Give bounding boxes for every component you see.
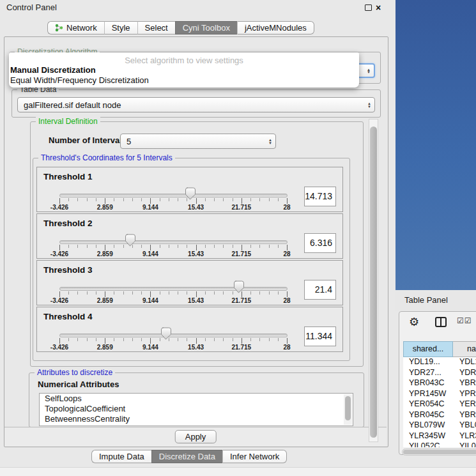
tab-impute-data[interactable]: Impute Data xyxy=(91,450,151,463)
tick-label: 21.715 xyxy=(232,344,252,351)
slider-track[interactable] xyxy=(59,287,288,291)
tick-label: 21.715 xyxy=(232,297,252,304)
table-data-select[interactable]: galFiltered.sif default node ▲▼ xyxy=(17,97,375,112)
threshold-label: Threshold 4 xyxy=(43,312,93,321)
tab-jactivemnodules[interactable]: jActiveMNodules xyxy=(237,21,314,35)
columns-icon[interactable] xyxy=(435,317,447,327)
table-row[interactable]: YBR045CYBR0 xyxy=(403,410,476,421)
slider-tick-labels: -3.4262.8599.14415.4321.71528 xyxy=(59,297,287,305)
list-scrollbar[interactable] xyxy=(344,394,352,425)
tick-label: 15.43 xyxy=(188,297,204,304)
tab-label: Discretize Data xyxy=(159,452,215,461)
cell-name: YBR0 xyxy=(453,378,476,389)
slider-ticks xyxy=(59,338,288,344)
tab-discretize-data[interactable]: Discretize Data xyxy=(151,450,222,463)
tab-cyni-toolbox[interactable]: Cyni Toolbox xyxy=(175,21,237,35)
table-row[interactable]: YLR345WYLR3 xyxy=(403,431,476,442)
table-row[interactable]: YER054CYER0 xyxy=(403,399,476,410)
threshold-value-field[interactable]: 14.713 xyxy=(304,187,336,206)
tab-style[interactable]: Style xyxy=(104,21,137,35)
panel-scrollbar-thumb[interactable] xyxy=(370,127,377,438)
slider-track[interactable] xyxy=(59,334,288,337)
table-panel-title: Table Panel xyxy=(404,290,448,311)
slider-ticks xyxy=(59,291,288,297)
table-horizontal-scrollbar[interactable] xyxy=(402,449,476,456)
numerical-attributes-label: Numerical Attributes xyxy=(38,380,119,389)
number-of-intervals-label: Number of Intervals xyxy=(49,135,127,145)
number-of-intervals-select[interactable]: 5 ▲▼ xyxy=(120,134,276,149)
threshold-card: Threshold 4 -3.4262.8599.14415.4321.7152… xyxy=(36,307,343,352)
tick-label: 9.144 xyxy=(142,204,158,211)
table-panel: ⚙ ☑☑ shared...na YDL19...YDL1YDR27...YDR… xyxy=(399,311,476,455)
panel-scrollbar[interactable] xyxy=(369,119,378,442)
threshold-label: Threshold 3 xyxy=(43,265,93,275)
algorithm-option-equal-width[interactable]: Equal Width/Frequency Discretization xyxy=(10,75,149,85)
slider-track[interactable] xyxy=(59,194,288,197)
column-header[interactable]: shared... xyxy=(403,341,453,357)
threshold-value-field[interactable]: 11.344 xyxy=(304,326,336,346)
interval-definition-group: Interval Definition Number of Intervals … xyxy=(30,121,364,367)
cell-shared-name: YLR345W xyxy=(403,431,453,442)
tab-select[interactable]: Select xyxy=(137,21,175,35)
tab-label: jActiveMNodules xyxy=(245,23,307,33)
thresholds-group: Threshold's Coordinates for 5 Intervals … xyxy=(33,158,350,361)
threshold-card: Threshold 2 -3.4262.8599.14415.4321.7152… xyxy=(36,213,343,259)
slider-tick-labels: -3.4262.8599.14415.4321.71528 xyxy=(59,204,287,211)
table-data-value: galFiltered.sif default node xyxy=(24,100,121,110)
tick-label: 2.859 xyxy=(97,344,113,351)
slider-track[interactable] xyxy=(59,240,288,244)
combo-stepper-icon: ▲▼ xyxy=(268,139,272,144)
tab-label: Network xyxy=(66,23,97,33)
close-icon[interactable]: × xyxy=(376,2,381,13)
threshold-card: Threshold 3 -3.4262.8599.14415.4321.7152… xyxy=(36,260,343,305)
table-row[interactable]: YBL079WYBL0 xyxy=(403,420,476,431)
cell-shared-name: YDR27... xyxy=(403,368,453,379)
slider-thumb[interactable] xyxy=(233,280,244,293)
tick-label: -3.426 xyxy=(50,204,68,211)
cell-name: YPR1 xyxy=(453,389,476,400)
gear-icon[interactable]: ⚙ xyxy=(409,314,419,330)
attribute-list-item[interactable]: TopologicalCoefficient xyxy=(40,404,353,414)
tick-label: 15.43 xyxy=(188,344,204,351)
table-row[interactable]: YBR043CYBR0 xyxy=(403,378,476,389)
numerical-attributes-list[interactable]: SelfLoopsTopologicalCoefficientBetweenne… xyxy=(39,393,353,426)
cell-name: YER0 xyxy=(453,399,476,410)
table-hscrollbar-thumb[interactable] xyxy=(403,450,476,454)
threshold-value-field[interactable]: 6.316 xyxy=(304,233,336,253)
slider-thumb[interactable] xyxy=(185,187,196,200)
table-row[interactable]: YPR145WYPR1 xyxy=(403,389,476,400)
control-panel-tabs: NetworkStyleSelectCyni ToolboxjActiveMNo… xyxy=(47,21,314,35)
thresholds-title: Threshold's Coordinates for 5 Intervals xyxy=(38,153,175,162)
slider-thumb[interactable] xyxy=(160,327,171,340)
table-data-group: Table Data galFiltered.sif default node … xyxy=(12,89,381,118)
table-row[interactable]: YIL052CYIL0 xyxy=(403,441,476,447)
attribute-list-item[interactable]: SelfLoops xyxy=(40,394,353,404)
float-window-icon[interactable] xyxy=(365,4,372,11)
tab-infer-network[interactable]: Infer Network xyxy=(222,450,287,463)
list-scrollbar-thumb[interactable] xyxy=(345,396,351,420)
tab-network[interactable]: Network xyxy=(47,21,104,35)
status-strip xyxy=(0,467,476,476)
cyni-mode-tabs: Impute DataDiscretize DataInfer Network xyxy=(91,450,287,463)
slider-tick-labels: -3.4262.8599.14415.4321.71528 xyxy=(59,344,287,351)
table-header-row: shared...na xyxy=(403,341,476,357)
checkbox-icons[interactable]: ☑☑ xyxy=(457,316,472,325)
table-row[interactable]: YDL19...YDL1 xyxy=(403,357,476,368)
tick-label: 2.859 xyxy=(97,250,113,257)
cell-shared-name: YBL079W xyxy=(403,420,453,431)
apply-button[interactable]: Apply xyxy=(175,430,217,443)
algorithm-option-manual[interactable]: Manual Discretization xyxy=(10,65,96,75)
table-row[interactable]: YDR27...YDR2 xyxy=(403,368,476,379)
slider-thumb[interactable] xyxy=(125,234,135,247)
cell-name: YBL0 xyxy=(453,420,476,431)
attributes-title: Attributes to discretize xyxy=(35,368,115,377)
column-header[interactable]: na xyxy=(453,341,476,357)
tab-label: Cyni Toolbox xyxy=(183,23,230,33)
tab-label: Style xyxy=(112,23,130,33)
attributes-group: Attributes to discretize Numerical Attri… xyxy=(29,372,364,427)
threshold-value-field[interactable]: 21.4 xyxy=(304,280,336,300)
tab-label: Impute Data xyxy=(99,452,144,461)
algorithm-popup-hint: Select algorithm to view settings xyxy=(9,56,359,65)
attribute-list-item[interactable]: BetweennessCentrality xyxy=(40,414,353,424)
tick-label: 28 xyxy=(283,297,290,304)
